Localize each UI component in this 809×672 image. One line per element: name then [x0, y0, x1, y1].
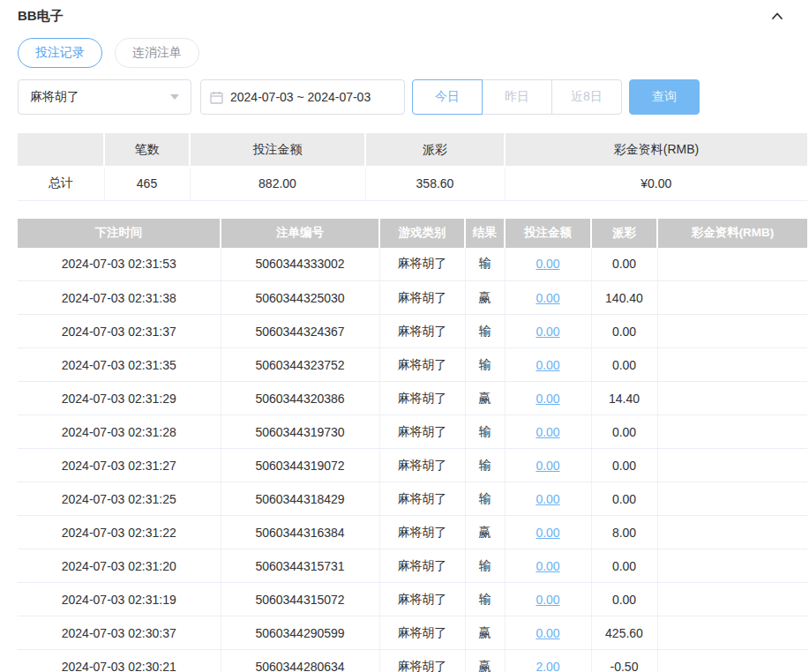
range-today-button[interactable]: 今日 [412, 79, 483, 115]
bet-amount-link[interactable]: 0.00 [536, 593, 559, 607]
tab-bar: 投注记录 连消注单 [0, 25, 809, 68]
cell-time: 2024-07-03 02:31:28 [18, 415, 221, 449]
cell-time: 2024-07-03 02:31:29 [18, 382, 221, 415]
range-yesterday-button[interactable]: 昨日 [482, 79, 552, 115]
header-game-type: 游戏类别 [379, 219, 465, 248]
cell-order-no: 5060344320386 [221, 382, 379, 415]
cell-time: 2024-07-03 02:31:37 [18, 315, 221, 348]
cell-payout: 0.00 [591, 415, 657, 449]
header-bet-time: 下注时间 [18, 219, 221, 248]
query-button[interactable]: 查询 [629, 79, 700, 115]
cell-payout: 0.00 [591, 482, 657, 516]
cell-result: 输 [465, 315, 505, 348]
cell-bonus [657, 415, 807, 449]
cell-bonus [657, 516, 807, 549]
cell-payout: 0.00 [591, 248, 657, 281]
tab-bet-records[interactable]: 投注记录 [18, 38, 102, 68]
cell-result: 赢 [465, 382, 505, 415]
summary-table: 笔数 投注金额 派彩 彩金资料(RMB) 总计 465 882.00 358.6… [18, 133, 807, 201]
bet-records-panel: BB电子 投注记录 连消注单 麻将胡了 2024-07-03 ~ 2024-07… [0, 0, 809, 672]
cell-bet: 0.00 [505, 281, 591, 315]
cell-bonus [657, 583, 807, 616]
cell-order-no: 5060344315072 [221, 583, 379, 616]
summary-header-count: 笔数 [104, 133, 190, 167]
cell-bet: 2.00 [505, 650, 591, 672]
bet-amount-link[interactable]: 2.00 [536, 660, 559, 672]
cell-game: 麻将胡了 [379, 281, 465, 315]
table-row: 2024-07-03 02:31:375060344324367麻将胡了输0.0… [18, 315, 807, 348]
date-range-value: 2024-07-03 ~ 2024-07-03 [230, 90, 371, 104]
cell-time: 2024-07-03 02:31:38 [18, 281, 221, 315]
cell-bonus [657, 315, 807, 348]
range-last8days-button[interactable]: 近8日 [551, 79, 622, 115]
filter-bar: 麻将胡了 2024-07-03 ~ 2024-07-03 今日 昨日 近8日 查… [0, 68, 809, 115]
cell-order-no: 5060344323752 [221, 348, 379, 382]
table-row: 2024-07-03 02:31:355060344323752麻将胡了输0.0… [18, 348, 807, 382]
game-select[interactable]: 麻将胡了 [18, 79, 191, 115]
bet-amount-link[interactable]: 0.00 [536, 358, 559, 372]
cell-payout: 0.00 [591, 449, 657, 482]
cell-bonus [657, 650, 807, 672]
tab-label: 连消注单 [132, 45, 182, 61]
summary-header-blank [18, 133, 104, 167]
page-title: BB电子 [18, 8, 64, 25]
cell-result: 输 [465, 248, 505, 281]
cell-time: 2024-07-03 02:31:27 [18, 449, 221, 482]
cell-payout: 8.00 [591, 516, 657, 549]
cell-order-no: 5060344325030 [221, 281, 379, 315]
cell-bonus [657, 348, 807, 382]
cell-order-no: 5060344319072 [221, 449, 379, 482]
cell-bonus [657, 281, 807, 315]
bet-amount-link[interactable]: 0.00 [536, 325, 559, 339]
table-row: 2024-07-03 02:31:285060344319730麻将胡了输0.0… [18, 415, 807, 449]
table-row: 2024-07-03 02:30:215060344280634麻将胡了赢2.0… [18, 650, 807, 672]
cell-bet: 0.00 [505, 616, 591, 650]
cell-payout: 0.00 [591, 315, 657, 348]
bet-amount-link[interactable]: 0.00 [536, 257, 559, 271]
cell-bet: 0.00 [505, 348, 591, 382]
table-row: 2024-07-03 02:31:225060344316384麻将胡了赢0.0… [18, 516, 807, 549]
cell-order-no: 5060344318429 [221, 482, 379, 516]
bet-amount-link[interactable]: 0.00 [536, 291, 559, 305]
summary-total-count: 465 [104, 167, 190, 200]
table-row: 2024-07-03 02:31:205060344315731麻将胡了输0.0… [18, 549, 807, 583]
cell-bet: 0.00 [505, 516, 591, 549]
summary-header-row: 笔数 投注金额 派彩 彩金资料(RMB) [18, 133, 807, 167]
cell-time: 2024-07-03 02:30:21 [18, 650, 221, 672]
collapse-panel-button[interactable] [768, 7, 786, 25]
header-bonus: 彩金资料(RMB) [657, 219, 807, 248]
cell-game: 麻将胡了 [379, 583, 465, 616]
panel-header: BB电子 [0, 0, 809, 25]
bet-amount-link[interactable]: 0.00 [536, 459, 559, 473]
cell-bet: 0.00 [505, 449, 591, 482]
cell-result: 赢 [465, 516, 505, 549]
cell-bet: 0.00 [505, 248, 591, 281]
tab-cancelled-orders[interactable]: 连消注单 [115, 38, 199, 68]
cell-payout: 14.40 [591, 382, 657, 415]
cell-result: 输 [465, 449, 505, 482]
bet-amount-link[interactable]: 0.00 [536, 392, 559, 406]
bet-amount-link[interactable]: 0.00 [536, 526, 559, 540]
bet-amount-link[interactable]: 0.00 [536, 492, 559, 506]
bet-records-table: 下注时间 注单编号 游戏类别 结果 投注金额 派彩 彩金资料(RMB) 2024… [18, 219, 807, 672]
bet-amount-link[interactable]: 0.00 [536, 626, 559, 640]
summary-header-payout: 派彩 [365, 133, 505, 167]
header-bet-amount: 投注金额 [505, 219, 591, 248]
cell-time: 2024-07-03 02:31:19 [18, 583, 221, 616]
header-order-number: 注单编号 [221, 219, 379, 248]
header-result: 结果 [465, 219, 505, 248]
bet-amount-link[interactable]: 0.00 [536, 559, 559, 573]
cell-time: 2024-07-03 02:31:25 [18, 482, 221, 516]
summary-total-row: 总计 465 882.00 358.60 ¥0.00 [18, 167, 807, 200]
cell-game: 麻将胡了 [379, 248, 465, 281]
cell-payout: 0.00 [591, 583, 657, 616]
cell-game: 麻将胡了 [379, 516, 465, 549]
cell-order-no: 5060344280634 [221, 650, 379, 672]
calendar-icon [210, 91, 223, 104]
cell-result: 输 [465, 549, 505, 583]
date-range-picker[interactable]: 2024-07-03 ~ 2024-07-03 [200, 79, 405, 115]
cell-bet: 0.00 [505, 583, 591, 616]
summary-total-label: 总计 [18, 167, 104, 200]
bet-amount-link[interactable]: 0.00 [536, 425, 559, 439]
cell-game: 麻将胡了 [379, 415, 465, 449]
